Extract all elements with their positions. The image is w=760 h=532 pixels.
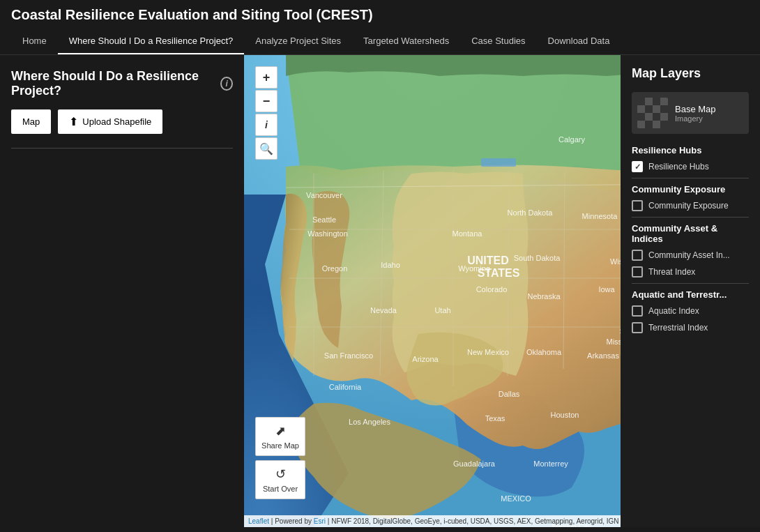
map-search-button[interactable]: 🔍	[255, 137, 278, 160]
svg-text:Nebraska: Nebraska	[527, 292, 561, 301]
layer-label-threat-index: Threat Index	[648, 267, 695, 277]
svg-text:New Mexico: New Mexico	[467, 348, 509, 356]
zoom-out-button[interactable]: −	[255, 90, 278, 112]
svg-text:Iowa: Iowa	[598, 285, 615, 294]
main-content: Where Should I Do a Resilience Project? …	[0, 55, 760, 527]
map-area[interactable]: Calgary Vancouver Seattle Washington Ore…	[244, 55, 621, 527]
nav-item-download[interactable]: Download Data	[537, 29, 621, 54]
layer-item-aquatic-index: Aquatic Index	[632, 305, 749, 317]
layer-item-community-asset: Community Asset In...	[632, 250, 749, 261]
left-sidebar: Where Should I Do a Resilience Project? …	[0, 55, 244, 527]
basemap-sublabel: Imagery	[675, 114, 716, 123]
basemap-selector[interactable]: Base Map Imagery	[632, 92, 749, 134]
layer-checkbox-threat-index[interactable]	[632, 266, 643, 278]
svg-text:Monterrey: Monterrey	[533, 459, 568, 468]
layer-label-resilience-hubs: Resilience Hubs	[648, 162, 709, 172]
layer-section-aquatic: Aquatic and Terrestr...	[632, 289, 749, 300]
nav-item-where[interactable]: Where Should I Do a Resilience Project?	[58, 29, 245, 54]
map-bottom-buttons: ⬈ Share Map ↺ Start Over	[255, 417, 305, 499]
svg-text:California: California	[329, 383, 362, 391]
map-info-button[interactable]: i	[255, 114, 278, 136]
nav-bar: Home Where Should I Do a Resilience Proj…	[11, 29, 749, 54]
svg-text:Utah: Utah	[434, 306, 450, 314]
app-header: Coastal Resilience Evaluation and Siting…	[0, 0, 760, 55]
sidebar-title: Where Should I Do a Resilience Project? …	[11, 69, 233, 98]
layer-section-resilience-hubs: Resilience Hubs	[632, 145, 749, 155]
map-layers-panel: Map Layers Base Map Imagery Resilience H…	[621, 55, 760, 527]
svg-text:Wisconsin: Wisconsin	[610, 257, 621, 266]
leaflet-link[interactable]: Leaflet	[248, 517, 269, 525]
basemap-info: Base Map Imagery	[675, 104, 716, 123]
layer-checkbox-resilience-hubs[interactable]	[632, 161, 643, 172]
nav-item-home[interactable]: Home	[11, 29, 58, 54]
sidebar-info-icon[interactable]: i	[220, 77, 233, 91]
svg-text:Los Angeles: Los Angeles	[349, 418, 390, 426]
svg-text:Idaho: Idaho	[381, 261, 400, 269]
layer-checkbox-aquatic-index[interactable]	[632, 305, 643, 317]
svg-text:Dallas: Dallas	[499, 390, 520, 398]
svg-text:Vancouver: Vancouver	[306, 191, 342, 199]
layer-label-aquatic-index: Aquatic Index	[648, 306, 699, 316]
layer-checkbox-community-exposure[interactable]	[632, 200, 643, 211]
svg-text:Arkansas: Arkansas	[587, 351, 619, 360]
svg-text:San Francisco: San Francisco	[324, 351, 373, 360]
svg-text:Missouri: Missouri	[607, 337, 621, 346]
layer-divider-3	[632, 283, 749, 284]
map-layers-title: Map Layers	[632, 66, 749, 81]
layer-label-community-asset: Community Asset In...	[648, 250, 730, 260]
map-container[interactable]: Calgary Vancouver Seattle Washington Ore…	[244, 55, 621, 527]
svg-text:Calgary: Calgary	[558, 135, 585, 144]
layer-label-community-exposure: Community Exposure	[648, 201, 729, 211]
basemap-icon	[637, 98, 668, 128]
start-over-button[interactable]: ↺ Start Over	[255, 460, 305, 499]
svg-text:Texas: Texas	[485, 414, 506, 423]
svg-text:Colorado: Colorado	[476, 285, 508, 294]
svg-text:Washington: Washington	[307, 229, 348, 238]
share-icon: ⬈	[259, 423, 302, 439]
upload-icon: ⬆	[69, 115, 78, 128]
svg-text:Oklahoma: Oklahoma	[526, 348, 562, 356]
layer-divider-2	[632, 217, 749, 218]
app-title: Coastal Resilience Evaluation and Siting…	[11, 7, 749, 29]
svg-text:North Dakota: North Dakota	[508, 208, 554, 217]
map-attribution: Leaflet | Powered by Esri Leaflet | Powe…	[244, 515, 621, 527]
svg-text:Nevada: Nevada	[370, 306, 397, 314]
svg-text:Guadalajara: Guadalajara	[453, 459, 496, 468]
layer-section-community-asset: Community Asset & Indices	[632, 223, 749, 244]
svg-text:Oregon: Oregon	[322, 264, 348, 273]
nav-item-case-studies[interactable]: Case Studies	[460, 29, 536, 54]
reset-icon: ↺	[259, 466, 302, 482]
svg-text:Seattle: Seattle	[312, 215, 336, 224]
upload-shapefile-button[interactable]: ⬆ Upload Shapefile	[58, 109, 162, 134]
layer-item-community-exposure: Community Exposure	[632, 200, 749, 211]
basemap-label: Base Map	[675, 104, 716, 114]
map-controls: + − i 🔍	[255, 66, 278, 160]
layer-item-threat-index: Threat Index	[632, 266, 749, 278]
svg-text:Arizona: Arizona	[412, 355, 439, 363]
svg-text:Houston: Houston	[551, 411, 579, 419]
layer-item-terrestrial-index: Terrestrial Index	[632, 322, 749, 333]
esri-link[interactable]: Esri	[314, 517, 326, 525]
svg-text:STATES: STATES	[478, 267, 520, 279]
svg-text:Minnesota: Minnesota	[582, 212, 618, 220]
share-map-button[interactable]: ⬈ Share Map	[255, 417, 305, 456]
svg-text:Montana: Montana	[453, 229, 483, 238]
sidebar-buttons: Map ⬆ Upload Shapefile	[11, 109, 233, 134]
layer-section-community-exposure: Community Exposure	[632, 184, 749, 195]
svg-text:MEXICO: MEXICO	[501, 494, 531, 503]
zoom-in-button[interactable]: +	[255, 66, 278, 89]
layer-checkbox-community-asset[interactable]	[632, 250, 643, 261]
map-button[interactable]: Map	[11, 109, 51, 134]
svg-text:St. Louis: St. Louis	[620, 327, 621, 335]
svg-text:South Dakota: South Dakota	[514, 254, 561, 262]
nav-item-analyze[interactable]: Analyze Project Sites	[244, 29, 352, 54]
sidebar-divider	[11, 148, 233, 149]
layer-divider-1	[632, 178, 749, 178]
layer-checkbox-terrestrial-index[interactable]	[632, 322, 643, 333]
layer-item-resilience-hubs: Resilience Hubs	[632, 161, 749, 172]
svg-rect-53	[481, 158, 516, 167]
nav-item-watersheds[interactable]: Targeted Watersheds	[352, 29, 460, 54]
svg-text:UNITED: UNITED	[467, 254, 509, 266]
layer-label-terrestrial-index: Terrestrial Index	[648, 323, 708, 333]
